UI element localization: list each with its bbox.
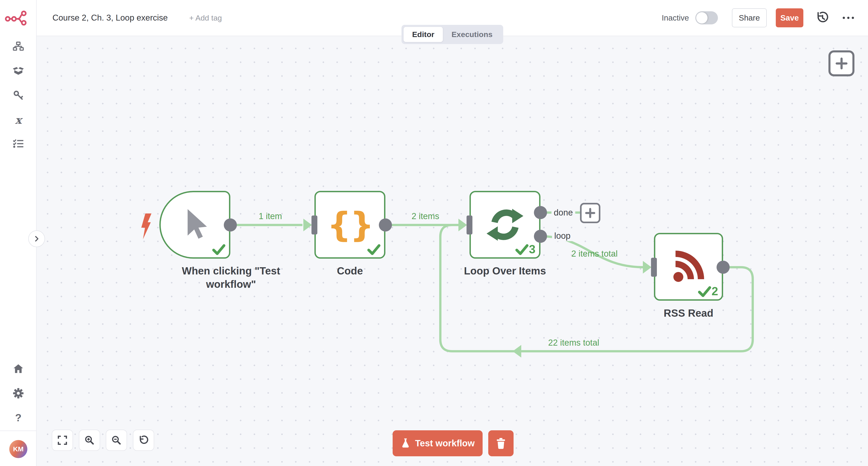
sidebar-divider (0, 431, 37, 431)
input-port-loop[interactable] (467, 215, 472, 234)
sidebar-item-variables[interactable]: x (0, 114, 37, 125)
n8n-workflow-editor: When clicking "Test workflow" {} Code 3 (0, 0, 868, 466)
n8n-logo[interactable] (5, 9, 29, 28)
node-rss-read[interactable]: 2 (654, 233, 723, 301)
trigger-bolt-icon (140, 213, 155, 240)
node-label-loop-over-items: Loop Over Items (446, 264, 564, 277)
flask-icon (401, 438, 410, 449)
credentials-key-icon (13, 90, 24, 101)
connection-arrow (458, 219, 467, 231)
test-workflow-button[interactable]: Test workflow (393, 430, 483, 456)
reset-zoom-icon (138, 435, 149, 445)
node-run-count: 3 (529, 243, 535, 255)
gear-icon (13, 388, 24, 399)
add-node-after-done-button[interactable] (580, 203, 600, 223)
add-node-button[interactable] (829, 51, 855, 76)
sidebar-item-home[interactable] (0, 364, 37, 374)
node-success-check (367, 244, 380, 255)
toggle-knob (696, 12, 708, 24)
ellipsis-icon (842, 16, 855, 20)
editor-executions-tabs: Editor Executions (401, 25, 503, 44)
fit-view-button[interactable] (52, 430, 73, 451)
node-run-count: 2 (712, 285, 718, 297)
connection-label-22-items-total: 22 items total (548, 338, 599, 347)
save-button[interactable]: Save (776, 8, 803, 27)
trash-icon (496, 437, 506, 449)
plus-icon (835, 57, 848, 70)
node-loop-over-items[interactable]: 3 (469, 191, 540, 259)
connection-arrow (303, 219, 312, 231)
sidebar-expand-button[interactable] (28, 230, 45, 247)
history-icon (816, 11, 829, 24)
sidebar-item-workflows[interactable] (0, 41, 37, 52)
help-question-icon: ? (15, 411, 22, 424)
output-port-rss-read[interactable] (717, 261, 730, 274)
zoom-out-icon (111, 435, 122, 445)
node-label-rss-read: RSS Read (630, 306, 747, 320)
node-manual-trigger[interactable] (159, 191, 230, 259)
output-label-loop: loop (552, 231, 573, 241)
reset-zoom-button[interactable] (133, 430, 154, 451)
sidebar-item-executions[interactable] (0, 139, 37, 148)
tab-editor[interactable]: Editor (403, 27, 443, 42)
connection-arrow-loopback (513, 345, 521, 358)
workflow-history-button[interactable] (816, 11, 829, 24)
output-label-done: done (552, 207, 575, 218)
workflow-canvas[interactable]: When clicking "Test workflow" {} Code 3 (37, 36, 868, 466)
share-button[interactable]: Share (732, 8, 767, 27)
sidebar-item-credentials[interactable] (0, 90, 37, 101)
zoom-out-button[interactable] (106, 430, 127, 451)
connection-label-1-item: 1 item (258, 211, 282, 221)
add-tag-button[interactable]: + Add tag (189, 13, 222, 22)
input-port-code[interactable] (311, 215, 317, 234)
fit-view-icon (57, 435, 68, 445)
variables-x-icon: x (15, 114, 22, 125)
zoom-in-button[interactable] (79, 430, 100, 451)
more-options-button[interactable] (842, 16, 855, 20)
plus-icon (584, 207, 596, 219)
output-port-loop-loop[interactable] (534, 230, 547, 243)
connection-label-2-items: 2 items (412, 211, 439, 221)
output-port-code[interactable] (379, 219, 392, 232)
active-toggle[interactable] (695, 11, 718, 24)
user-avatar[interactable]: KM (9, 440, 27, 458)
node-success-check: 2 (698, 285, 718, 297)
tab-executions[interactable]: Executions (443, 27, 501, 42)
templates-box-icon (13, 66, 24, 76)
output-port-manual-trigger[interactable] (224, 219, 237, 232)
input-port-rss-read[interactable] (651, 258, 657, 277)
sidebar-item-settings[interactable] (0, 388, 37, 399)
connection-label-2-items-total: 2 items total (571, 249, 618, 259)
workflows-icon (13, 41, 24, 52)
node-success-check: 3 (515, 243, 535, 255)
home-icon (13, 364, 24, 374)
chevron-right-icon (33, 235, 40, 243)
topbar-actions: Inactive Share Save (662, 8, 855, 27)
node-label-manual-trigger: When clicking "Test workflow" (172, 264, 290, 291)
workflow-status-label: Inactive (662, 13, 689, 22)
output-port-loop-done[interactable] (534, 206, 547, 219)
sidebar-item-help[interactable]: ? (0, 411, 37, 424)
connection-arrow (643, 261, 651, 273)
node-code[interactable]: {} (314, 191, 385, 259)
delete-workflow-button[interactable] (488, 430, 514, 456)
node-success-check (212, 244, 225, 255)
node-label-code: Code (291, 264, 409, 277)
test-workflow-label: Test workflow (415, 438, 475, 448)
executions-checklist-icon (13, 139, 24, 148)
zoom-in-icon (84, 435, 95, 445)
workflow-title[interactable]: Course 2, Ch. 3, Loop exercise (53, 13, 168, 23)
sidebar-item-templates[interactable] (0, 66, 37, 76)
